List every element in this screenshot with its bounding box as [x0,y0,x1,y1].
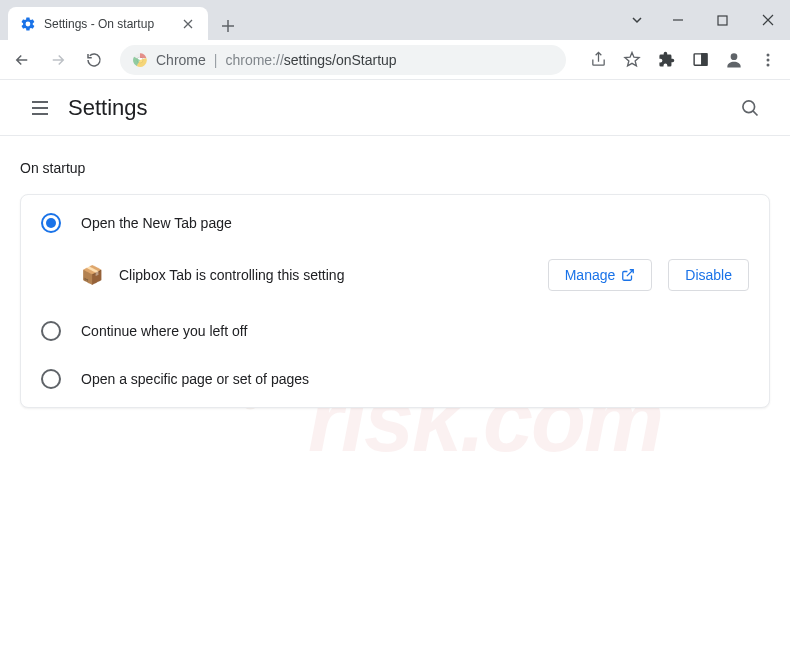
tab-title: Settings - On startup [44,17,172,31]
option-continue[interactable]: Continue where you left off [21,307,769,355]
option-label: Open the New Tab page [81,215,232,231]
svg-point-9 [767,53,770,56]
extension-notice-text: Clipbox Tab is controlling this setting [119,267,532,283]
svg-point-12 [743,100,755,112]
disable-button[interactable]: Disable [668,259,749,291]
reload-button[interactable] [78,44,110,76]
side-panel-button[interactable] [684,44,716,76]
option-specific[interactable]: Open a specific page or set of pages [21,355,769,403]
extensions-button[interactable] [650,44,682,76]
svg-point-11 [767,63,770,66]
extension-notice-row: 📦 Clipbox Tab is controlling this settin… [21,247,769,307]
minimize-button[interactable] [655,0,700,40]
svg-point-10 [767,58,770,61]
settings-header: Settings [0,80,790,136]
chrome-menu-button[interactable] [752,44,784,76]
url-path: settings/onStartup [284,52,397,68]
new-tab-button[interactable] [214,12,242,40]
url-separator: | [214,52,218,68]
hamburger-menu-button[interactable] [20,88,60,128]
back-button[interactable] [6,44,38,76]
address-bar[interactable]: Chrome | chrome://settings/onStartup [120,45,566,75]
page-title: Settings [68,95,730,121]
manage-button[interactable]: Manage [548,259,653,291]
forward-button[interactable] [42,44,74,76]
manage-label: Manage [565,267,616,283]
close-tab-icon[interactable] [180,16,196,32]
disable-label: Disable [685,267,732,283]
tab-search-button[interactable] [619,0,655,40]
startup-options-card: Open the New Tab page 📦 Clipbox Tab is c… [20,194,770,408]
browser-tab[interactable]: Settings - On startup [8,7,208,40]
browser-toolbar: Chrome | chrome://settings/onStartup [0,40,790,80]
radio-specific[interactable] [41,369,61,389]
close-window-button[interactable] [745,0,790,40]
option-label: Continue where you left off [81,323,247,339]
svg-rect-2 [718,16,727,25]
gear-icon [20,16,36,32]
section-title: On startup [20,160,770,176]
radio-continue[interactable] [41,321,61,341]
url-scheme-label: Chrome [156,52,206,68]
settings-content: On startup Open the New Tab page 📦 Clipb… [0,136,790,432]
search-settings-button[interactable] [730,88,770,128]
radio-new-tab[interactable] [41,213,61,233]
svg-line-13 [753,110,758,115]
url-prefix: chrome:// [225,52,283,68]
open-in-new-icon [621,268,635,282]
share-button[interactable] [582,44,614,76]
package-icon: 📦 [81,264,103,286]
profile-button[interactable] [718,44,750,76]
maximize-button[interactable] [700,0,745,40]
svg-rect-7 [701,54,706,65]
option-label: Open a specific page or set of pages [81,371,309,387]
chrome-logo-icon [132,52,148,68]
bookmark-button[interactable] [616,44,648,76]
option-new-tab[interactable]: Open the New Tab page [21,199,769,247]
svg-point-8 [731,53,738,60]
window-titlebar: Settings - On startup [0,0,790,40]
